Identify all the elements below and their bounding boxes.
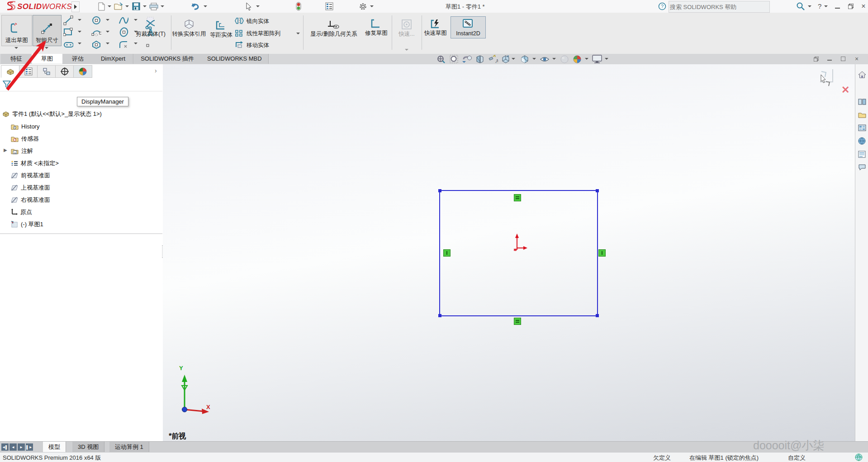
tab-propertymanager[interactable]: [19, 65, 38, 78]
search-scope-dropdown[interactable]: [808, 5, 811, 7]
corner-rectangle-tool[interactable]: [63, 27, 73, 37]
apply-scene-icon[interactable]: [572, 54, 583, 64]
print-button[interactable]: [148, 1, 159, 11]
new-document-dropdown[interactable]: [108, 5, 111, 7]
tree-item-history[interactable]: History: [11, 120, 39, 133]
point-tool[interactable]: [143, 41, 153, 51]
tab-3d-views[interactable]: 3D 视图: [72, 442, 104, 452]
view-orientation-icon[interactable]: [500, 54, 511, 64]
vertex-handle[interactable]: [596, 314, 599, 317]
open-button[interactable]: [113, 1, 124, 11]
zoom-to-area-icon[interactable]: [449, 54, 460, 64]
doc-minimize-button[interactable]: [824, 55, 835, 63]
tab-dimxpert[interactable]: DimXpert: [93, 54, 133, 64]
view-settings-icon[interactable]: [592, 54, 602, 64]
menu-flyout-arrow[interactable]: [71, 1, 80, 12]
tab-dimxpertmanager[interactable]: [55, 65, 74, 78]
tree-root-part[interactable]: 零件1 (默认<<默认>_显示状态 1>): [2, 108, 102, 120]
rectangle-dropdown[interactable]: [78, 31, 81, 33]
window-restore-button[interactable]: [845, 2, 857, 11]
tab-evaluate[interactable]: 评估: [62, 54, 94, 64]
print-dropdown[interactable]: [161, 5, 164, 7]
options-gear-button[interactable]: [357, 1, 368, 11]
circle-dropdown[interactable]: [106, 19, 109, 21]
linear-sketch-pattern-button[interactable]: 线性草图阵列: [234, 29, 280, 38]
tree-item-right-plane[interactable]: 右视基准面: [11, 194, 50, 206]
tree-item-material[interactable]: 材质 <未指定>: [11, 157, 59, 169]
ellipse-tool[interactable]: [119, 27, 128, 37]
tree-item-sketch1[interactable]: (-) 草图1: [11, 218, 43, 230]
fillet-dropdown[interactable]: [134, 43, 138, 44]
custom-properties-icon[interactable]: [857, 149, 867, 159]
tab-scroll-first-button[interactable]: ◄▌: [1, 443, 9, 451]
move-entities-button[interactable]: 移动实体: [234, 41, 269, 50]
tree-item-origin[interactable]: 原点: [11, 206, 32, 218]
panel-expand-arrow[interactable]: ›: [155, 67, 157, 74]
undo-dropdown[interactable]: [204, 5, 207, 7]
help-menu[interactable]: ?: [818, 2, 821, 10]
hide-show-dropdown[interactable]: [552, 58, 556, 60]
polygon-dropdown[interactable]: [106, 43, 109, 44]
tree-item-top-plane[interactable]: 上视基准面: [11, 181, 50, 194]
polygon-tool[interactable]: [91, 40, 101, 50]
vertex-handle[interactable]: [438, 189, 441, 192]
arc-tool[interactable]: [91, 27, 101, 37]
select-dropdown[interactable]: [256, 5, 260, 7]
doc-close-button[interactable]: ×: [851, 55, 862, 63]
exit-sketch-dropdown[interactable]: [14, 47, 18, 49]
mirror-entities-button[interactable]: 镜向实体: [234, 17, 269, 25]
file-explorer-icon[interactable]: [857, 110, 867, 119]
window-close-button[interactable]: ×: [858, 2, 868, 11]
filter-funnel-icon[interactable]: [3, 80, 11, 90]
tab-motion-study[interactable]: 运动算例 1: [109, 442, 149, 452]
vertex-handle[interactable]: [596, 189, 599, 192]
new-document-button[interactable]: [96, 1, 107, 11]
search-icon[interactable]: [795, 1, 806, 11]
view-settings-dropdown[interactable]: [605, 58, 608, 60]
vertical-constraint-badge[interactable]: [443, 249, 451, 257]
view-orientation-dropdown[interactable]: [512, 58, 515, 60]
tree-item-annotations[interactable]: A 注解: [11, 145, 33, 157]
quick-snaps-dropdown[interactable]: [405, 49, 408, 51]
line-tool[interactable]: [63, 15, 73, 25]
repair-sketch-button[interactable]: 修复草图: [364, 19, 389, 37]
tab-scroll-prev-button[interactable]: ◄: [9, 443, 17, 451]
doc-restore-down-button[interactable]: [811, 55, 821, 63]
tab-scroll-next-button[interactable]: ►: [18, 443, 25, 451]
horizontal-constraint-badge[interactable]: [514, 194, 521, 201]
offset-entities-button[interactable]: 等距实体: [209, 21, 233, 38]
section-view-icon[interactable]: [474, 54, 485, 64]
tab-model[interactable]: 模型: [43, 442, 66, 452]
display-style-icon[interactable]: [519, 54, 530, 64]
slot-tool[interactable]: [63, 40, 73, 50]
arc-dropdown[interactable]: [106, 31, 109, 33]
sketch-origin[interactable]: [510, 232, 528, 254]
apply-scene-dropdown[interactable]: [585, 58, 588, 60]
open-dropdown[interactable]: [125, 5, 129, 7]
tab-solidworks-mbd[interactable]: SOLIDWORKS MBD: [201, 54, 269, 64]
smart-dimension-dropdown[interactable]: [45, 47, 48, 49]
instant2d-button[interactable]: Instant2D: [451, 16, 486, 38]
doc-maximize-button[interactable]: [838, 55, 849, 63]
tree-item-sensors[interactable]: 传感器: [11, 133, 39, 145]
previous-view-icon[interactable]: [461, 54, 472, 64]
tab-features[interactable]: 特征: [1, 54, 32, 64]
hide-annotations-icon[interactable]: A: [488, 54, 498, 64]
cancel-sketch-x-icon[interactable]: ✕: [841, 84, 849, 96]
display-delete-relations-button[interactable]: 显示/删除几何关系: [306, 19, 362, 38]
graphics-area[interactable]: ✕: [163, 64, 855, 441]
vertical-constraint-badge[interactable]: [598, 249, 606, 257]
trim-entities-button[interactable]: 剪裁实体(T): [132, 19, 169, 38]
convert-entities-button[interactable]: 转换实体引用: [168, 19, 210, 38]
vertex-handle[interactable]: [438, 314, 441, 317]
save-dropdown[interactable]: [143, 5, 147, 7]
slot-dropdown[interactable]: [78, 43, 81, 44]
tab-featuremanager[interactable]: [1, 65, 20, 78]
tab-configurationmanager[interactable]: [37, 65, 56, 78]
pattern-dropdown[interactable]: [296, 33, 300, 34]
resources-home-icon[interactable]: [857, 70, 867, 79]
save-button[interactable]: [131, 1, 142, 11]
window-minimize-button[interactable]: [831, 2, 843, 11]
search-input[interactable]: [669, 2, 769, 12]
design-library-icon[interactable]: [857, 97, 867, 106]
